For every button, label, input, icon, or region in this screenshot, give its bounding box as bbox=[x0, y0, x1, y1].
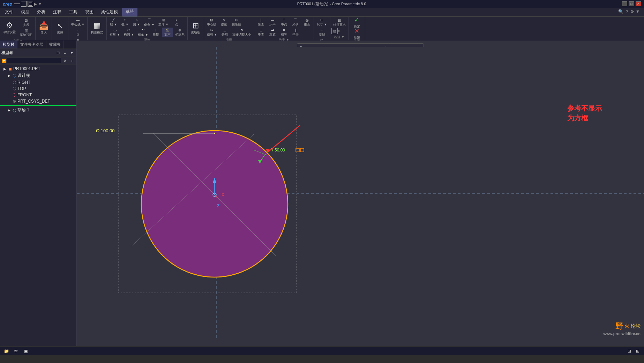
options-btn[interactable]: ⊞ 选项板 bbox=[189, 18, 203, 39]
menu-file[interactable]: 文件 bbox=[1, 8, 17, 16]
datum-group: ― 中心线 ▼ · 点 ⊕ 坐标系 基准 bbox=[68, 17, 88, 40]
rotate-resize-btn[interactable]: ↻ 旋转调整大小 bbox=[231, 28, 253, 37]
circle-btn[interactable]: ○ 圆 ▼ bbox=[131, 17, 142, 27]
project-btn[interactable]: ↓ 投影 bbox=[150, 28, 162, 37]
arc-btn[interactable]: ◜ 弧 ▼ bbox=[119, 17, 130, 27]
tree-item-top-label: TOP bbox=[17, 86, 26, 91]
canvas-area[interactable]: 🔍 ⊕ ⊖ ⊡ ◫ ◻ ◼ ⬡ ▣ ◈ ✥ ⊕ ⊗ ◎ ⊞ bbox=[77, 40, 644, 346]
modify-icon: ✎ bbox=[223, 18, 225, 22]
coincident-btn[interactable]: ◎ 重合 bbox=[301, 17, 313, 27]
status-icon-2[interactable]: 👁 bbox=[13, 348, 20, 355]
top-plane-icon: ⬡ bbox=[13, 86, 16, 91]
minimize-btn[interactable]: ─ bbox=[622, 1, 627, 6]
confirm-btn[interactable]: ✓ 确定 bbox=[350, 17, 364, 27]
close-btn[interactable]: ✕ bbox=[636, 1, 641, 6]
parallel-btn[interactable]: ∥ 平行 bbox=[290, 28, 301, 37]
tree-item-design[interactable]: ▶ ⬡ 设计项 bbox=[0, 72, 76, 79]
menu-flexible[interactable]: 柔性建模 bbox=[98, 8, 121, 16]
symmetric-btn[interactable]: ⇌ 对称 bbox=[267, 28, 278, 37]
menu-model[interactable]: 模型 bbox=[17, 8, 33, 16]
sketch-settings-btn[interactable]: ⚙ 草绘设置 bbox=[1, 17, 18, 38]
spline-btn[interactable]: 〜 样条 ▼ bbox=[136, 28, 150, 37]
tree-settings-btn[interactable]: ≡ bbox=[62, 50, 68, 56]
arc-icon: ◜ bbox=[124, 18, 126, 22]
baseline-btn[interactable]: ⊣ 基线 bbox=[315, 28, 329, 37]
text-btn[interactable]: tE 文本 bbox=[162, 28, 173, 37]
status-icon-3[interactable]: ▣ bbox=[22, 348, 29, 355]
sketch-view-btn[interactable]: ◫ 草绘视图 bbox=[18, 28, 34, 38]
thicken-btn[interactable]: ⊞ 加厚 ▼ bbox=[157, 17, 170, 27]
menu-annotation[interactable]: 注释 bbox=[50, 8, 65, 16]
prt-icon: ◼ bbox=[8, 66, 12, 71]
import-group-label bbox=[37, 39, 51, 39]
split-btn[interactable]: ⊥ 分割 bbox=[219, 28, 230, 37]
model-tree-header: 模型树 ⊡ ≡ ▼ bbox=[0, 49, 76, 57]
perpendicular-btn[interactable]: ⊥ 垂直 bbox=[255, 28, 267, 37]
menu-sketch[interactable]: 草绘 bbox=[122, 8, 137, 16]
coord2-btn[interactable]: ⊕ 坐标系 bbox=[173, 28, 186, 37]
midpoint-btn[interactable]: ⊤ 中点 bbox=[278, 17, 290, 27]
tree-item-csys[interactable]: ⊕ PRT_CSYS_DEF bbox=[0, 98, 76, 104]
tree-item-prt[interactable]: ▶ ◼ PRT0001.PRT bbox=[0, 66, 76, 72]
edit-group: ⊡ 中心线 ✎ 修改 ✂ 删除段 ✂ 修剪 ▼ bbox=[204, 17, 254, 40]
tree-item-front[interactable]: ⬡ FRONT bbox=[0, 92, 76, 98]
menu-tools[interactable]: 工具 bbox=[66, 8, 81, 16]
titlebar: creo ▶ ▼ PRT0001 (活动的) - Creo Parametric… bbox=[0, 0, 644, 8]
sidebar-tab-favorites[interactable]: 收藏夹 bbox=[46, 40, 64, 49]
ellipse-btn[interactable]: ⬭ 椭圆 ▼ bbox=[122, 28, 136, 37]
trim-btn[interactable]: ✂ 修剪 ▼ bbox=[205, 28, 219, 37]
constraint-group: | 竖直 — 水平 ⊤ 中点 ⌒ 相切 bbox=[254, 17, 314, 40]
delete-seg-btn[interactable]: ✂ 删除段 bbox=[230, 17, 243, 27]
vertical-btn[interactable]: | 竖直 bbox=[255, 17, 267, 27]
menu-view[interactable]: 视图 bbox=[82, 8, 97, 16]
point-btn[interactable]: · 点 bbox=[69, 28, 86, 37]
parallel-icon: ∥ bbox=[295, 28, 297, 32]
equal-btn[interactable]: = 相等 bbox=[278, 28, 290, 37]
import-btn[interactable]: 📥 导入 bbox=[37, 18, 51, 39]
menu-analysis[interactable]: 分析 bbox=[33, 8, 49, 16]
maximize-btn[interactable]: □ bbox=[629, 1, 634, 6]
cancel-btn[interactable]: ✕ 取消 bbox=[350, 29, 364, 38]
line-btn[interactable]: ╱ 线 ▼ bbox=[108, 17, 119, 27]
tree-item-right-label: RIGHT bbox=[17, 80, 30, 85]
feature-req-btn[interactable]: ⊡ 特征要求 bbox=[331, 18, 347, 28]
reference-btn[interactable]: ⊡ 参考 bbox=[18, 18, 34, 28]
status-icon-right-2[interactable]: ⊞ bbox=[634, 348, 641, 355]
fillet-btn[interactable]: ⌒ 倒角 ▼ bbox=[142, 17, 156, 27]
filter-icon: 🔽 bbox=[1, 58, 6, 63]
equal-icon: = bbox=[283, 28, 285, 32]
tree-clear-btn[interactable]: ✕ bbox=[62, 58, 68, 64]
horizontal-btn[interactable]: — 水平 bbox=[267, 17, 278, 27]
line-icon: ╱ bbox=[112, 18, 114, 22]
watermark: 野 火 论坛 www.proewildfire.cn bbox=[603, 321, 641, 336]
tangent-btn[interactable]: ⌒ 相切 bbox=[290, 17, 301, 27]
setup-group: ⚙ 草绘设置 ⊡ 参考 ◫ 草绘视图 设置 ▼ bbox=[0, 17, 36, 40]
status-icon-1[interactable]: 📁 bbox=[3, 348, 10, 355]
tree-filter-btn[interactable]: ⊡ bbox=[55, 50, 61, 56]
dot-btn[interactable]: • 点 bbox=[171, 17, 182, 27]
construction-mode-btn[interactable]: ▦ 构造模式 bbox=[89, 18, 105, 39]
sidebar-tab-folder[interactable]: 文件夹浏览器 bbox=[17, 40, 46, 49]
centerline2-btn[interactable]: ⊡ 中心线 bbox=[205, 17, 218, 27]
tree-item-right[interactable]: ⬡ RIGHT bbox=[0, 79, 76, 86]
centerline-icon: ― bbox=[76, 18, 80, 22]
canvas-svg: Z X Ø 100.00 R 50.00 bbox=[77, 40, 644, 346]
sketch-view-icon: ◫ bbox=[25, 29, 28, 32]
status-icon-right-1[interactable]: ⊡ bbox=[626, 348, 633, 355]
modify-btn[interactable]: ✎ 修改 bbox=[218, 17, 230, 27]
sidebar-tabs: 模型树 文件夹浏览器 收藏夹 bbox=[0, 40, 76, 49]
tree-expand-btn[interactable]: ▼ bbox=[69, 50, 75, 56]
rect-btn[interactable]: ▭ 矩形 ▼ bbox=[108, 28, 121, 37]
select-btn[interactable]: ↖ 选择 bbox=[53, 18, 67, 39]
tree-item-top[interactable]: ⬡ TOP bbox=[0, 86, 76, 92]
delete-seg-icon: ✂ bbox=[235, 18, 238, 22]
tree-add-btn[interactable]: + bbox=[69, 58, 75, 64]
sidebar-tab-model-tree[interactable]: 模型树 bbox=[0, 40, 17, 49]
select-group-label bbox=[53, 39, 67, 39]
tree-search-input[interactable] bbox=[7, 58, 61, 64]
centerline-btn[interactable]: ― 中心线 ▼ bbox=[69, 17, 86, 27]
tree-item-sketch1[interactable]: ▶ ◎ 草绘 1 bbox=[0, 106, 76, 114]
tree-item-design-label: 设计项 bbox=[17, 73, 30, 79]
dimension-btn[interactable]: ⊢ 尺寸 ▼ bbox=[315, 17, 329, 27]
coord2-icon: ⊕ bbox=[178, 28, 181, 32]
